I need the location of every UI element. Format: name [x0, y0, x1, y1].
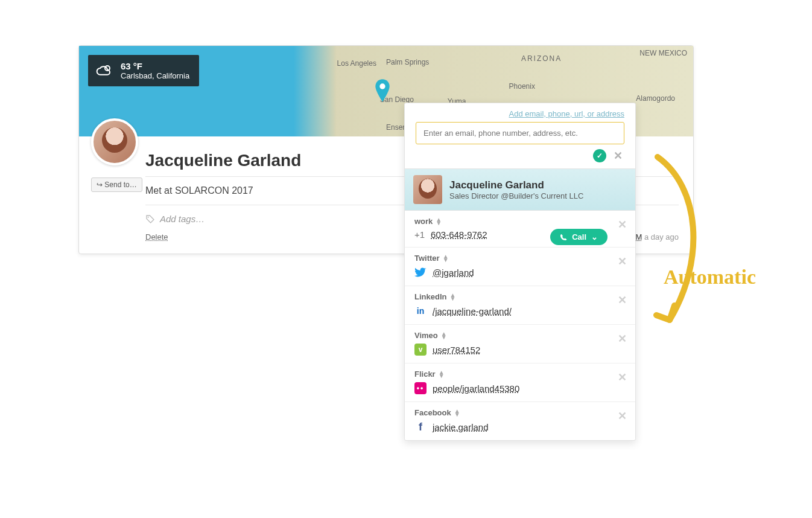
weather-icon	[95, 61, 115, 80]
contact-avatar-small	[413, 175, 442, 204]
flickr-icon: ••	[414, 382, 427, 394]
remove-field-button[interactable]: ✕	[618, 218, 627, 231]
send-to-button[interactable]: ↪ Send to…	[91, 177, 142, 192]
sort-icon: ▲▼	[436, 218, 442, 225]
contact-name-small: Jacqueline Garland	[449, 179, 583, 191]
remove-field-button[interactable]: ✕	[618, 293, 627, 307]
map-city-label: Palm Springs	[386, 58, 429, 66]
cancel-add-button[interactable]: ✕	[611, 149, 624, 162]
map-city-label: Alamogordo	[636, 94, 675, 103]
field-label[interactable]: Facebook ▲▼	[414, 408, 626, 417]
field-row-flickr: Flickr ▲▼ •• people/jgarland45380 ✕	[405, 363, 635, 402]
map-city-label: Los Angeles	[337, 59, 376, 68]
field-row-vimeo: Vimeo ▲▼ v user784152 ✕	[405, 325, 635, 363]
svg-point-1	[379, 83, 385, 89]
contact-title: Sales Director @Builder's Current LLC	[449, 191, 583, 200]
field-label[interactable]: Twitter ▲▼	[414, 254, 626, 263]
field-label[interactable]: Vimeo ▲▼	[414, 331, 626, 340]
sort-icon: ▲▼	[454, 409, 460, 417]
remove-field-button[interactable]: ✕	[618, 255, 627, 268]
confirm-add-button[interactable]: ✓	[593, 149, 606, 162]
twitter-link[interactable]: @jgarland	[433, 267, 474, 278]
map-city-label: Phoenix	[509, 82, 535, 91]
phone-link[interactable]: 603-648-9762	[431, 229, 487, 240]
sort-icon: ▲▼	[443, 255, 449, 262]
chevron-down-icon: ⌄	[591, 232, 598, 241]
vimeo-link[interactable]: user784152	[433, 345, 480, 355]
add-contact-info-link[interactable]: Add email, phone, url, or address	[509, 109, 625, 118]
map-region-label: NEW MEXICO	[639, 50, 687, 57]
linkedin-icon: in	[414, 305, 427, 317]
remove-field-button[interactable]: ✕	[618, 371, 627, 384]
weather-badge: 63 °F Carlsbad, California	[88, 55, 199, 86]
weather-location: Carlsbad, California	[121, 71, 189, 80]
facebook-icon: f	[414, 421, 427, 433]
facebook-link[interactable]: jackie.garland	[433, 422, 489, 432]
field-row-work: work ▲▼ +1 603-648-9762 Call ⌄ ✕	[405, 211, 635, 248]
tag-icon	[145, 214, 155, 224]
svg-point-2	[148, 216, 149, 217]
sort-icon: ▲▼	[441, 332, 447, 339]
flickr-link[interactable]: people/jgarland45380	[433, 383, 519, 394]
linkedin-link[interactable]: /jacqueline-garland/	[433, 306, 512, 316]
field-row-linkedin: LinkedIn ▲▼ in /jacqueline-garland/ ✕	[405, 286, 635, 325]
share-icon: ↪	[97, 181, 103, 189]
field-row-facebook: Facebook ▲▼ f jackie.garland ✕	[405, 402, 635, 440]
contact-summary-strip: Jacqueline Garland Sales Director @Build…	[405, 168, 635, 211]
weather-temp: 63 °F	[121, 61, 189, 71]
vimeo-icon: v	[414, 344, 427, 356]
twitter-icon	[414, 266, 427, 278]
map-region-label: ARIZONA	[521, 54, 562, 63]
contact-detail-popover: Add email, phone, url, or address ✓ ✕ Ja…	[404, 103, 636, 441]
field-row-twitter: Twitter ▲▼ @jgarland ✕	[405, 248, 635, 286]
field-label[interactable]: Flickr ▲▼	[414, 369, 626, 379]
sort-icon: ▲▼	[449, 293, 455, 301]
map-pin-icon	[374, 79, 391, 102]
annotation-text: Automatic	[664, 266, 756, 289]
sort-icon: ▲▼	[439, 371, 445, 378]
contact-avatar[interactable]	[91, 118, 138, 165]
add-contact-info-input[interactable]	[416, 122, 624, 144]
remove-field-button[interactable]: ✕	[618, 409, 627, 423]
field-label[interactable]: work ▲▼	[414, 217, 626, 226]
delete-link[interactable]: Delete	[145, 232, 168, 241]
remove-field-button[interactable]: ✕	[618, 332, 627, 345]
phone-icon	[560, 234, 567, 241]
call-button[interactable]: Call ⌄	[550, 229, 607, 245]
field-label[interactable]: LinkedIn ▲▼	[414, 292, 626, 301]
